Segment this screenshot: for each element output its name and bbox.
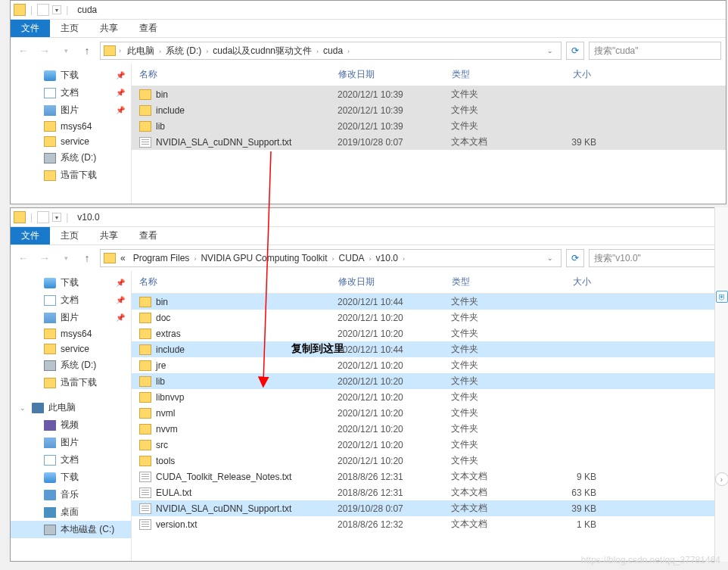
up-button[interactable]: ↑ bbox=[79, 250, 95, 266]
tab-file[interactable]: 文件 bbox=[11, 20, 50, 37]
properties-icon[interactable] bbox=[37, 4, 49, 16]
file-row[interactable]: NVIDIA_SLA_cuDNN_Support.txt2019/10/28 0… bbox=[132, 134, 726, 150]
chevron-right-icon[interactable]: › bbox=[331, 255, 336, 263]
tab-file[interactable]: 文件 bbox=[11, 227, 50, 245]
sidebar-item[interactable]: 迅雷下载 bbox=[11, 374, 131, 391]
sidebar-item[interactable]: 系统 (D:) bbox=[11, 149, 131, 167]
refresh-button[interactable]: ⟳ bbox=[566, 249, 584, 267]
sidebar-item[interactable]: 文档📌 bbox=[11, 291, 131, 309]
address-dropdown-icon[interactable]: ⌄ bbox=[543, 47, 558, 55]
chevron-right-icon[interactable]: › bbox=[117, 47, 123, 55]
column-headers[interactable]: 名称 修改日期 类型 大小 bbox=[132, 64, 726, 86]
column-headers[interactable]: 名称 修改日期 类型 大小 bbox=[132, 271, 726, 294]
titlebar[interactable]: | ▾ | cuda bbox=[11, 1, 726, 20]
sidebar-item[interactable]: 图片 bbox=[11, 434, 131, 451]
chevron-right-icon[interactable]: › bbox=[346, 48, 351, 55]
file-row[interactable]: nvvm2020/12/1 10:20文件夹 bbox=[132, 421, 726, 437]
properties-icon[interactable] bbox=[37, 211, 49, 223]
sidebar-item[interactable]: 文档 bbox=[11, 451, 131, 469]
tab-home[interactable]: 主页 bbox=[50, 20, 89, 37]
sidebar-item[interactable]: 图片📌 bbox=[11, 309, 131, 326]
chevron-right-icon[interactable]: › bbox=[401, 255, 406, 263]
breadcrumb-item[interactable]: NVIDIA GPU Computing Toolkit bbox=[198, 251, 330, 265]
sidebar-item[interactable]: 下载📌 bbox=[11, 274, 131, 291]
file-row[interactable]: include2020/12/1 10:39文件夹 bbox=[132, 102, 726, 118]
file-row[interactable]: lib2020/12/1 10:39文件夹 bbox=[132, 118, 726, 134]
sidebar-item[interactable]: service bbox=[11, 341, 131, 357]
refresh-button[interactable]: ⟳ bbox=[566, 42, 584, 60]
sidebar-item[interactable]: 桌面 bbox=[11, 503, 131, 521]
up-button[interactable]: ↑ bbox=[79, 42, 95, 59]
file-row[interactable]: include2020/12/1 10:44文件夹 bbox=[132, 341, 726, 357]
file-row[interactable]: nvml2020/12/1 10:20文件夹 bbox=[132, 405, 726, 421]
forward-button[interactable]: → bbox=[36, 250, 53, 266]
col-type[interactable]: 类型 bbox=[446, 274, 537, 290]
forward-button[interactable]: → bbox=[36, 42, 53, 59]
tab-share[interactable]: 共享 bbox=[89, 20, 129, 37]
col-name[interactable]: 名称 bbox=[132, 274, 332, 290]
sidebar-item[interactable]: 下载 bbox=[11, 469, 131, 486]
file-row[interactable]: doc2020/12/1 10:20文件夹 bbox=[132, 310, 726, 325]
col-size[interactable]: 大小 bbox=[537, 274, 597, 290]
scroll-right-icon[interactable]: › bbox=[715, 472, 729, 486]
file-row[interactable]: extras2020/12/1 10:20文件夹 bbox=[132, 325, 726, 341]
breadcrumb-item[interactable]: 此电脑 bbox=[124, 44, 157, 58]
file-row[interactable]: src2020/12/1 10:20文件夹 bbox=[132, 437, 726, 453]
chevron-right-icon[interactable]: › bbox=[315, 48, 320, 55]
tab-view[interactable]: 查看 bbox=[129, 227, 168, 245]
sidebar-item[interactable]: 迅雷下载 bbox=[11, 167, 131, 184]
shield-icon[interactable]: ⛨ bbox=[716, 291, 728, 303]
address-bar[interactable]: › 此电脑›系统 (D:)›cuda以及cudnn驱动文件›cuda› ⌄ bbox=[100, 42, 562, 60]
file-row[interactable]: NVIDIA_SLA_cuDNN_Support.txt2019/10/28 0… bbox=[132, 500, 726, 516]
chevron-right-icon[interactable]: › bbox=[368, 255, 373, 263]
sidebar-item[interactable]: 视频 bbox=[11, 416, 131, 434]
col-type[interactable]: 类型 bbox=[446, 67, 537, 83]
search-input[interactable]: 搜索"v10.0" bbox=[589, 249, 721, 267]
sidebar-item-pc[interactable]: ⌄此电脑 bbox=[11, 399, 131, 416]
address-dropdown-icon[interactable]: ⌄ bbox=[543, 254, 558, 262]
qat-dropdown-icon[interactable]: ▾ bbox=[52, 5, 61, 14]
recent-dropdown-icon[interactable]: ▾ bbox=[58, 250, 74, 266]
expand-icon[interactable]: ⌄ bbox=[20, 404, 26, 412]
back-button[interactable]: ← bbox=[15, 250, 32, 266]
sidebar-item[interactable]: service bbox=[11, 134, 131, 149]
col-date[interactable]: 修改日期 bbox=[332, 274, 446, 290]
breadcrumb-item[interactable]: cuda bbox=[320, 44, 346, 58]
tab-share[interactable]: 共享 bbox=[89, 227, 129, 245]
sidebar-item[interactable]: 文档📌 bbox=[11, 84, 131, 101]
qat-dropdown-icon[interactable]: ▾ bbox=[52, 213, 61, 222]
file-row[interactable]: libnvvp2020/12/1 10:20文件夹 bbox=[132, 389, 726, 405]
address-bar[interactable]: « Program Files›NVIDIA GPU Computing Too… bbox=[100, 249, 562, 267]
file-row[interactable]: jre2020/12/1 10:20文件夹 bbox=[132, 357, 726, 373]
titlebar[interactable]: | ▾ | v10.0 bbox=[11, 208, 726, 227]
chevron-right-icon[interactable]: › bbox=[157, 48, 163, 55]
file-row[interactable]: bin2020/12/1 10:39文件夹 bbox=[132, 86, 726, 102]
breadcrumb-overflow[interactable]: « bbox=[117, 251, 129, 265]
sidebar-item[interactable]: 本地磁盘 (C:) bbox=[11, 521, 131, 538]
breadcrumb-item[interactable]: Program Files bbox=[130, 251, 193, 265]
file-row[interactable]: CUDA_Toolkit_Release_Notes.txt2018/8/26 … bbox=[132, 469, 726, 484]
tab-home[interactable]: 主页 bbox=[50, 227, 89, 245]
file-row[interactable]: bin2020/12/1 10:44文件夹 bbox=[132, 294, 726, 310]
col-name[interactable]: 名称 bbox=[132, 67, 332, 83]
file-row[interactable]: EULA.txt2018/8/26 12:31文本文档63 KB bbox=[132, 484, 726, 500]
col-size[interactable]: 大小 bbox=[537, 67, 597, 83]
file-row[interactable]: version.txt2018/8/26 12:32文本文档1 KB bbox=[132, 516, 726, 532]
breadcrumb-item[interactable]: cuda以及cudnn驱动文件 bbox=[210, 44, 315, 58]
breadcrumb-item[interactable]: v10.0 bbox=[373, 251, 401, 265]
file-row[interactable]: lib2020/12/1 10:20文件夹 bbox=[132, 373, 726, 389]
sidebar-item[interactable]: 音乐 bbox=[11, 486, 131, 503]
sidebar-item[interactable]: msys64 bbox=[11, 326, 131, 341]
recent-dropdown-icon[interactable]: ▾ bbox=[58, 42, 74, 59]
breadcrumb-item[interactable]: 系统 (D:) bbox=[163, 44, 204, 58]
breadcrumb-item[interactable]: CUDA bbox=[336, 251, 368, 265]
sidebar-item[interactable]: msys64 bbox=[11, 119, 131, 134]
sidebar-item[interactable]: 图片📌 bbox=[11, 101, 131, 119]
tab-view[interactable]: 查看 bbox=[129, 20, 168, 37]
sidebar-item[interactable]: 下载📌 bbox=[11, 67, 131, 84]
search-input[interactable]: 搜索"cuda" bbox=[589, 42, 721, 60]
sidebar-item[interactable]: 系统 (D:) bbox=[11, 357, 131, 374]
back-button[interactable]: ← bbox=[15, 42, 32, 59]
col-date[interactable]: 修改日期 bbox=[332, 67, 446, 83]
file-row[interactable]: tools2020/12/1 10:20文件夹 bbox=[132, 453, 726, 469]
